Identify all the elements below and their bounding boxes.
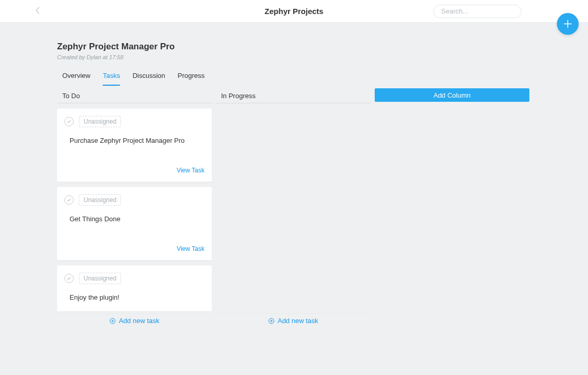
complete-toggle[interactable] [64, 274, 74, 283]
page-title: Zephyr Projects [265, 7, 323, 16]
kanban-board: To Do Unassigned Purchase Zephyr Project… [57, 89, 531, 325]
tab-progress[interactable]: Progress [177, 72, 204, 86]
column-header[interactable]: In Progress [216, 89, 371, 103]
column-list [216, 109, 371, 311]
card-header: Unassigned [64, 194, 204, 206]
tab-overview[interactable]: Overview [62, 72, 90, 86]
assignee-chip[interactable]: Unassigned [79, 116, 121, 127]
task-title: Get Things Done [64, 215, 204, 223]
add-task-button[interactable]: Add new task [57, 313, 212, 325]
board-column-add: Add Column [375, 89, 529, 325]
task-title: Purchase Zephyr Project Manager Pro [64, 137, 204, 144]
column-list: Unassigned Purchase Zephyr Project Manag… [57, 109, 212, 311]
project-meta: Created by Dylan at 17:58 [57, 54, 531, 60]
card-footer: View Task [64, 165, 204, 175]
top-bar: Zephyr Projects [0, 0, 588, 23]
add-task-label: Add new task [278, 317, 318, 325]
task-card[interactable]: Unassigned Get Things Done View Task [57, 187, 212, 260]
task-card[interactable]: Unassigned Enjoy the plugin! [57, 265, 212, 311]
add-task-button[interactable]: Add new task [216, 313, 371, 325]
check-icon [66, 119, 72, 124]
view-task-link[interactable]: View Task [176, 167, 204, 174]
plus-circle-icon [268, 318, 275, 324]
back-chevron-icon[interactable] [35, 6, 40, 17]
board-column-in-progress: In Progress Add new task [216, 89, 371, 325]
card-header: Unassigned [64, 273, 204, 284]
complete-toggle[interactable] [64, 195, 74, 205]
check-icon [66, 197, 72, 203]
tabs-bar: Overview Tasks Discussion Progress [57, 72, 531, 86]
content-area: Zephyr Project Manager Pro Created by Dy… [0, 23, 588, 325]
card-header: Unassigned [64, 116, 204, 127]
add-column-button[interactable]: Add Column [375, 88, 529, 102]
task-title: Enjoy the plugin! [64, 293, 204, 301]
search-input[interactable] [433, 5, 522, 18]
column-header[interactable]: To Do [57, 89, 212, 103]
project-title: Zephyr Project Manager Pro [57, 42, 531, 52]
plus-circle-icon [110, 318, 116, 324]
assignee-chip[interactable]: Unassigned [79, 194, 121, 206]
check-icon [66, 276, 72, 281]
card-footer: View Task [64, 244, 204, 253]
add-button[interactable] [557, 13, 579, 35]
add-task-label: Add new task [119, 317, 159, 325]
assignee-chipműосновных=[interactable]: Unassigned [79, 273, 121, 284]
view-task-link[interactable]: View Task [176, 245, 204, 252]
complete-toggle[interactable] [64, 117, 74, 126]
plus-icon [563, 19, 573, 29]
task-card[interactable]: Unassigned Purchase Zephyr Project Manag… [57, 109, 212, 182]
tab-discussion[interactable]: Discussion [132, 72, 165, 86]
tab-tasks[interactable]: Tasks [103, 72, 120, 86]
board-column-todo: To Do Unassigned Purchase Zephyr Project… [57, 89, 212, 325]
